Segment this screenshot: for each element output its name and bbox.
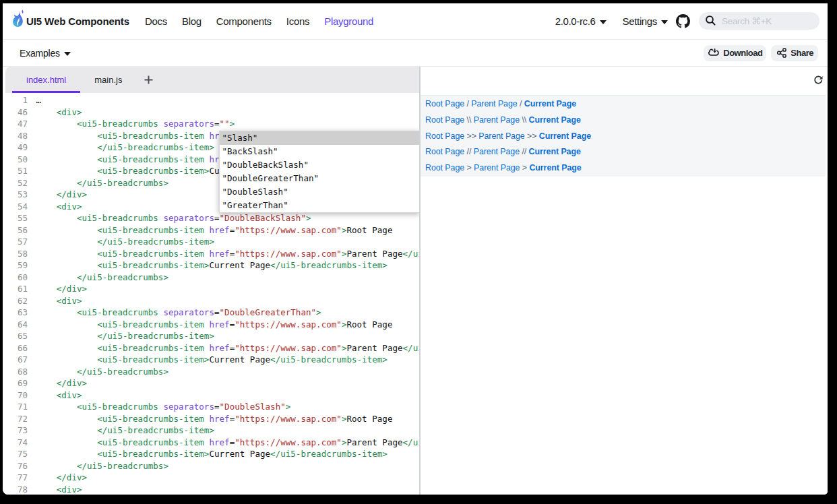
line-number: 50 bbox=[3, 154, 28, 166]
autocomplete-item[interactable]: "DoubleSlash" bbox=[220, 185, 420, 199]
examples-toolbar: Examples Download Share bbox=[3, 39, 828, 67]
navbar-right: 2.0.0-rc.6 Settings Search ⌘+K bbox=[555, 13, 819, 30]
breadcrumb-link[interactable]: Root Page bbox=[425, 147, 464, 156]
line-number: 48 bbox=[3, 130, 28, 142]
breadcrumb-link[interactable]: Parent Page bbox=[471, 99, 517, 108]
top-navbar: UI5 Web Components DocsBlogComponentsIco… bbox=[3, 3, 828, 39]
breadcrumb-link[interactable]: Root Page bbox=[425, 163, 464, 172]
autocomplete-item[interactable]: "BackSlash" bbox=[220, 145, 420, 158]
line-number: 62 bbox=[3, 295, 28, 307]
breadcrumb-link[interactable]: Root Page bbox=[425, 131, 464, 141]
code-line: 74 <ui5-breadcrumbs-item href="https://w… bbox=[3, 437, 419, 449]
breadcrumb-current: Current Page bbox=[529, 147, 581, 156]
autocomplete-item[interactable]: "Slash" bbox=[220, 131, 420, 145]
breadcrumb-link[interactable]: Parent Page bbox=[474, 147, 520, 156]
line-number: 66 bbox=[3, 342, 28, 354]
nav-link-docs[interactable]: Docs bbox=[145, 15, 167, 27]
line-number: 47 bbox=[3, 118, 28, 130]
breadcrumbs-row: Root Page // Parent Page // Current Page bbox=[425, 144, 826, 160]
code-line: 47 <ui5-breadcrumbs separators=""> bbox=[3, 118, 419, 130]
share-button[interactable]: Share bbox=[771, 45, 818, 61]
search-placeholder: Search ⌘+K bbox=[722, 15, 772, 26]
line-number: 71 bbox=[3, 401, 28, 413]
add-tab-button[interactable] bbox=[140, 67, 157, 93]
download-icon bbox=[708, 49, 719, 57]
browser-page: UI5 Web Components DocsBlogComponentsIco… bbox=[3, 3, 828, 495]
autocomplete-item[interactable]: "DoubleBackSlash" bbox=[220, 158, 420, 172]
line-number: 54 bbox=[3, 201, 28, 213]
code-line: 65 </ui5-breadcrumbs-item> bbox=[3, 330, 419, 342]
line-number: 59 bbox=[3, 259, 28, 272]
code-line: 59 <ui5-breadcrumbs-item>Current Page</u… bbox=[3, 259, 419, 272]
code-line: 63 <ui5-breadcrumbs separators="DoubleGr… bbox=[3, 307, 419, 319]
settings-label: Settings bbox=[623, 15, 657, 27]
chevron-down-icon bbox=[64, 52, 71, 56]
line-number: 57 bbox=[3, 236, 28, 248]
line-number: 46 bbox=[3, 106, 28, 119]
examples-dropdown[interactable]: Examples bbox=[20, 48, 71, 59]
line-number: 60 bbox=[3, 272, 28, 284]
line-number: 70 bbox=[3, 389, 28, 402]
breadcrumb-current: Current Page bbox=[524, 99, 576, 108]
download-button[interactable]: Download bbox=[704, 45, 766, 61]
settings-dropdown[interactable]: Settings bbox=[623, 15, 668, 27]
nav-link-blog[interactable]: Blog bbox=[182, 15, 202, 27]
line-number: 1 bbox=[3, 94, 28, 106]
line-number: 78 bbox=[3, 484, 28, 495]
share-icon bbox=[777, 48, 786, 58]
nav-link-icons[interactable]: Icons bbox=[286, 15, 309, 27]
breadcrumb-separator: // bbox=[520, 147, 529, 156]
breadcrumb-separator: \\ bbox=[520, 115, 529, 125]
breadcrumb-separator: \\ bbox=[464, 115, 474, 125]
breadcrumbs-row: Root Page / Parent Page / Current Page bbox=[425, 96, 826, 113]
line-number: 49 bbox=[3, 141, 28, 154]
refresh-icon[interactable] bbox=[813, 75, 823, 85]
code-line: 67 <ui5-breadcrumbs-item>Current Page</u… bbox=[3, 354, 419, 366]
line-number: 69 bbox=[3, 377, 28, 389]
download-label: Download bbox=[723, 48, 762, 58]
ui5-flame-logo-icon bbox=[11, 9, 25, 33]
breadcrumb-link[interactable]: Parent Page bbox=[474, 163, 520, 172]
code-line: 55 <ui5-breadcrumbs separators="DoubleBa… bbox=[3, 212, 419, 224]
line-number: 55 bbox=[3, 212, 28, 224]
breadcrumb-link[interactable]: Root Page bbox=[425, 115, 464, 125]
chevron-down-icon bbox=[600, 20, 607, 24]
nav-link-components[interactable]: Components bbox=[216, 15, 272, 27]
autocomplete-item[interactable]: "GreaterThan" bbox=[220, 199, 420, 212]
line-number: 68 bbox=[3, 366, 28, 378]
breadcrumb-separator: / bbox=[464, 99, 471, 108]
tab-main-js[interactable]: main.js bbox=[80, 67, 136, 93]
code-line: 46 <div> bbox=[3, 106, 419, 119]
line-number: 63 bbox=[3, 307, 28, 319]
playground: index.html main.js 1…46 <div>47 <ui5-bre… bbox=[3, 67, 828, 495]
breadcrumb-link[interactable]: Parent Page bbox=[478, 131, 524, 141]
plus-icon bbox=[144, 75, 153, 84]
breadcrumb-link[interactable]: Root Page bbox=[425, 99, 464, 108]
code-line: 70 <div> bbox=[3, 389, 419, 402]
breadcrumb-link[interactable]: Parent Page bbox=[474, 115, 520, 125]
breadcrumb-separator: >> bbox=[464, 131, 478, 141]
autocomplete-item[interactable]: "DoubleGreaterThan" bbox=[220, 172, 420, 185]
line-number: 74 bbox=[3, 437, 28, 449]
version-dropdown[interactable]: 2.0.0-rc.6 bbox=[555, 15, 607, 27]
code-line: 77 </div> bbox=[3, 472, 419, 484]
search-input[interactable]: Search ⌘+K bbox=[699, 12, 819, 30]
breadcrumb-separator: >> bbox=[525, 131, 539, 141]
github-link[interactable] bbox=[676, 14, 690, 28]
line-number: 61 bbox=[3, 283, 28, 295]
breadcrumb-separator: // bbox=[464, 147, 474, 156]
nav-link-playground[interactable]: Playground bbox=[324, 15, 373, 27]
code-line: 64 <ui5-breadcrumbs-item href="https://w… bbox=[3, 319, 419, 331]
code-line: 68 </ui5-breadcrumbs> bbox=[3, 366, 419, 378]
code-line: 75 <ui5-breadcrumbs-item>Current Page</u… bbox=[3, 448, 419, 460]
version-label: 2.0.0-rc.6 bbox=[555, 15, 596, 27]
breadcrumbs-row: Root Page \\ Parent Page \\ Current Page bbox=[425, 112, 826, 128]
line-number: 76 bbox=[3, 460, 28, 472]
line-number: 56 bbox=[3, 224, 28, 237]
tab-index-html[interactable]: index.html bbox=[12, 67, 80, 93]
breadcrumb-current: Current Page bbox=[539, 131, 591, 141]
brand[interactable]: UI5 Web Components bbox=[11, 9, 129, 33]
brand-title: UI5 Web Components bbox=[26, 15, 129, 27]
code-line: 61 </div> bbox=[3, 283, 419, 295]
line-number: 65 bbox=[3, 330, 28, 342]
